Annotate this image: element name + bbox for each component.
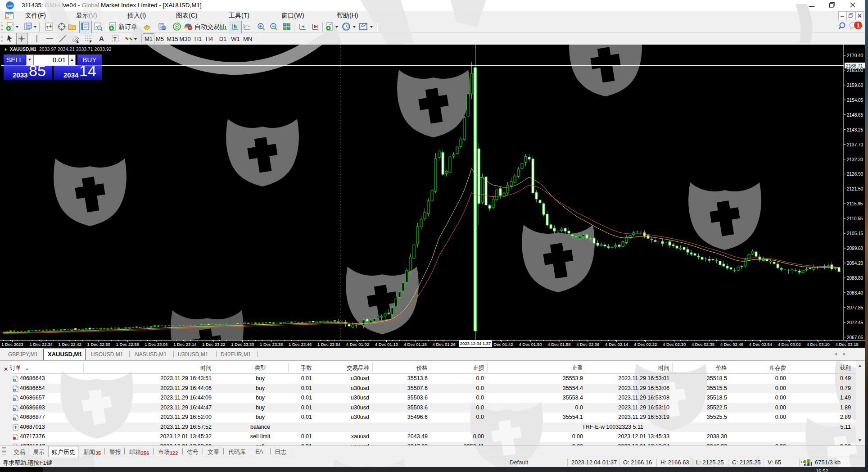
- svg-text:1 Dec 2023: 1 Dec 2023: [1, 342, 23, 347]
- svg-text:1 Dec 23:54: 1 Dec 23:54: [317, 342, 340, 347]
- svg-text:2105.15: 2105.15: [847, 231, 863, 236]
- svg-text:4 Dec 02:30: 4 Dec 02:30: [663, 342, 686, 347]
- svg-text:2170.40: 2170.40: [847, 53, 863, 58]
- svg-text:4 Dec 03:18: 4 Dec 03:18: [835, 342, 858, 347]
- svg-text:2072.45: 2072.45: [847, 320, 863, 325]
- svg-text:2088.80: 2088.80: [847, 276, 863, 281]
- svg-text:2110.55: 2110.55: [847, 216, 863, 221]
- svg-text:2077.85: 2077.85: [847, 305, 863, 310]
- svg-text:2083.40: 2083.40: [847, 290, 863, 295]
- svg-text:GMI: GMI: [7, 5, 13, 7]
- svg-text:2115.95: 2115.95: [847, 201, 863, 206]
- svg-text:1 Dec 22:34: 1 Dec 22:34: [30, 342, 53, 347]
- svg-text:E: E: [77, 40, 79, 43]
- svg-text:4 Dec 01:50: 4 Dec 01:50: [519, 342, 542, 347]
- svg-text:4 Dec 01:26: 4 Dec 01:26: [433, 342, 456, 347]
- svg-text:1 Dec 22:50: 1 Dec 22:50: [87, 342, 110, 347]
- svg-text:2159.60: 2159.60: [847, 83, 863, 88]
- svg-text:2166.71: 2166.71: [846, 63, 863, 68]
- svg-text:4 Dec 02:06: 4 Dec 02:06: [576, 342, 599, 347]
- svg-text:4 Dec 01:58: 4 Dec 01:58: [547, 342, 570, 347]
- svg-text:2148.65: 2148.65: [847, 113, 863, 118]
- svg-text:1 Dec 23:38: 1 Dec 23:38: [260, 342, 283, 347]
- svg-text:4 Dec 03:10: 4 Dec 03:10: [807, 342, 830, 347]
- svg-text:4 Dec 02:38: 4 Dec 02:38: [692, 342, 714, 347]
- svg-text:1 Dec 23:22: 1 Dec 23:22: [202, 342, 225, 347]
- svg-text:1 Dec 22:58: 1 Dec 22:58: [116, 342, 139, 347]
- svg-text:1 Dec 23:06: 1 Dec 23:06: [145, 342, 167, 347]
- svg-text:2126.90: 2126.90: [847, 172, 863, 177]
- svg-text:2023.12.04 1:37: 2023.12.04 1:37: [460, 341, 491, 346]
- svg-text:1 Dec 22:42: 1 Dec 22:42: [59, 342, 81, 347]
- svg-text:XAUUSD,M1: XAUUSD,M1: [10, 47, 36, 52]
- svg-text:1 Dec 23:14: 1 Dec 23:14: [173, 342, 196, 347]
- svg-text:4 Dec 02:54: 4 Dec 02:54: [749, 342, 772, 347]
- svg-text:2165.00: 2165.00: [847, 68, 863, 73]
- svg-text:2154.05: 2154.05: [847, 98, 863, 103]
- svg-text:2094.20: 2094.20: [847, 261, 863, 266]
- svg-text:2121.50: 2121.50: [847, 186, 863, 191]
- svg-text:1: 1: [856, 22, 859, 29]
- svg-text:2067.05: 2067.05: [847, 335, 863, 340]
- svg-text:4 Dec 01:10: 4 Dec 01:10: [375, 342, 398, 347]
- svg-text:2099.60: 2099.60: [847, 246, 863, 251]
- svg-text:1 Dec 23:30: 1 Dec 23:30: [231, 342, 254, 347]
- svg-text:4 Dec 02:14: 4 Dec 02:14: [605, 342, 628, 347]
- svg-text:1 Dec 23:46: 1 Dec 23:46: [289, 342, 312, 347]
- svg-text:2137.70: 2137.70: [847, 142, 863, 147]
- svg-text:4 Dec 01:18: 4 Dec 01:18: [404, 342, 427, 347]
- svg-text:4 Dec 02:22: 4 Dec 02:22: [634, 342, 657, 347]
- svg-text:4 Dec 03:02: 4 Dec 03:02: [778, 342, 801, 347]
- svg-text:F: F: [90, 40, 92, 43]
- svg-text:2143.25: 2143.25: [847, 127, 863, 132]
- svg-text:2033.97 2034.21 2033.71 2033.9: 2033.97 2034.21 2033.71 2033.92: [39, 46, 112, 52]
- svg-text:4 Dec 02:46: 4 Dec 02:46: [720, 342, 743, 347]
- svg-text:4 Dec 01:02: 4 Dec 01:02: [346, 342, 369, 347]
- svg-text:T: T: [113, 36, 117, 42]
- svg-text:2132.30: 2132.30: [847, 157, 863, 162]
- svg-text:▲: ▲: [4, 47, 8, 51]
- svg-text:4 Dec 01:42: 4 Dec 01:42: [490, 342, 513, 347]
